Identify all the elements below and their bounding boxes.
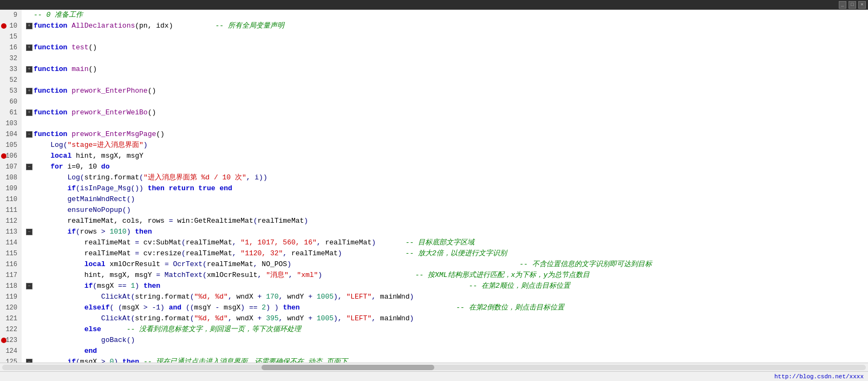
table-row: 109 if(isInPage_Msg()) then return true … <box>0 183 868 194</box>
line-number: 10 <box>0 21 22 31</box>
line-number: 122 <box>0 324 22 335</box>
fold-button[interactable]: + <box>26 23 32 29</box>
code-line: realTimeMat, cols, rows = win:GetRealtim… <box>22 216 868 227</box>
table-row: 116 local xmlOcrResult = OcrText(realTim… <box>0 259 868 270</box>
fold-button[interactable]: + <box>26 66 32 73</box>
breakpoint-indicator[interactable] <box>1 338 6 343</box>
table-row: 119 ClickAt(string.format("%d, %d", wndX… <box>0 292 868 302</box>
fold-button[interactable]: − <box>26 359 32 363</box>
line-number: 61 <box>0 107 22 118</box>
code-line: Log(string.format("进入消息界面第 %d / 10 次", i… <box>22 172 868 183</box>
table-row: 113− if(rows > 1010) then <box>0 227 868 237</box>
maximize-button[interactable]: □ <box>849 1 856 9</box>
code-line: if(isInPage_Msg()) then return true end <box>22 183 868 194</box>
line-number: 124 <box>0 346 22 357</box>
table-row: 32 <box>0 53 868 64</box>
code-line: −function prework_EnterMsgPage() <box>22 129 868 140</box>
code-line: +function prework_EnterWeiBo() <box>22 107 868 118</box>
table-row: 103 <box>0 118 868 129</box>
code-line: +function prework_EnterPhone() <box>22 86 868 96</box>
code-line: ensureNoPopup() <box>22 205 868 216</box>
code-line: end <box>22 346 868 357</box>
title-bar: _ □ × <box>0 0 868 10</box>
table-row: 33+function main() <box>0 64 868 75</box>
close-button[interactable]: × <box>858 1 866 9</box>
table-row: 107− for i=0, 10 do <box>0 162 868 172</box>
code-line: realTimeMat = cv:resize(realTimeMat, "11… <box>22 248 868 259</box>
breakpoint-indicator[interactable] <box>1 153 6 159</box>
line-number: 118 <box>0 281 22 292</box>
status-bar: http://blog.csdn.net/xxxx <box>0 371 868 381</box>
line-number: 9 <box>0 10 22 21</box>
code-line: local hint, msgX, msgY <box>22 151 868 162</box>
line-number: 53 <box>0 86 22 96</box>
table-row: 104−function prework_EnterMsgPage() <box>0 129 868 140</box>
breakpoint-indicator[interactable] <box>1 23 6 29</box>
line-number: 113 <box>0 227 22 237</box>
table-row: 125− if(msgX > 0) then -- 现在已通过点击进入消息界面，… <box>0 357 868 363</box>
code-line <box>22 118 868 129</box>
line-number: 111 <box>0 205 22 216</box>
line-number: 121 <box>0 313 22 324</box>
table-row: 16+function test() <box>0 42 868 53</box>
code-line: -- 0 准备工作 <box>22 10 868 21</box>
line-number: 107 <box>0 162 22 172</box>
code-area[interactable]: 9-- 0 准备工作10+function AllDeclarations(pn… <box>0 10 868 363</box>
code-line <box>22 31 868 42</box>
minimize-button[interactable]: _ <box>839 1 846 9</box>
code-line: +function AllDeclarations(pn, idx) -- 所有… <box>22 21 868 31</box>
fold-button[interactable]: − <box>26 131 32 138</box>
fold-button[interactable]: − <box>26 164 32 170</box>
fold-button[interactable]: + <box>26 109 32 116</box>
line-number: 123 <box>0 335 22 346</box>
fold-button[interactable]: − <box>26 229 32 235</box>
code-line <box>22 75 868 86</box>
table-row: 53+function prework_EnterPhone() <box>0 86 868 96</box>
table-row: 118− if(msgX == 1) then -- 在第2顺位，则点击目标位置 <box>0 281 868 292</box>
table-row: 121 ClickAt(string.format("%d, %d", wndX… <box>0 313 868 324</box>
line-number: 120 <box>0 302 22 313</box>
table-row: 120 elseif( (msgX > -1) and ((msgY - msg… <box>0 302 868 313</box>
line-number: 104 <box>0 129 22 140</box>
code-line <box>22 96 868 107</box>
code-line: realTimeMat = cv:SubMat(realTimeMat, "1,… <box>22 237 868 248</box>
table-row: 124 end <box>0 346 868 357</box>
fold-button[interactable]: + <box>26 44 32 51</box>
line-number: 52 <box>0 75 22 86</box>
table-row: 108 Log(string.format("进入消息界面第 %d / 10 次… <box>0 172 868 183</box>
fold-button[interactable]: − <box>26 283 32 289</box>
line-number: 119 <box>0 292 22 302</box>
table-row: 52 <box>0 75 868 86</box>
code-line: +function test() <box>22 42 868 53</box>
code-line: − if(rows > 1010) then <box>22 227 868 237</box>
line-number: 108 <box>0 172 22 183</box>
title-bar-buttons: _ □ × <box>839 1 866 9</box>
table-row: 61+function prework_EnterWeiBo() <box>0 107 868 118</box>
line-number: 103 <box>0 118 22 129</box>
table-row: 106 local hint, msgX, msgY <box>0 151 868 162</box>
line-number: 16 <box>0 42 22 53</box>
code-line: Log("stage=进入消息界面") <box>22 140 868 151</box>
table-row: 115 realTimeMat = cv:resize(realTimeMat,… <box>0 248 868 259</box>
line-number: 114 <box>0 237 22 248</box>
code-line: − if(msgX > 0) then -- 现在已通过点击进入消息界面，还需要… <box>22 357 868 363</box>
code-line: local xmlOcrResult = OcrText(realTimeMat… <box>22 259 868 270</box>
code-line: elseif( (msgX > -1) and ((msgY - msgX) =… <box>22 302 868 313</box>
code-table: 9-- 0 准备工作10+function AllDeclarations(pn… <box>0 10 868 363</box>
code-line: getMainWndRect() <box>22 194 868 205</box>
table-row: 60 <box>0 96 868 107</box>
fold-button[interactable]: + <box>26 88 32 94</box>
code-line: ClickAt(string.format("%d, %d", wndX + 1… <box>22 292 868 302</box>
code-line: else -- 没看到消息标签文字，则回退一页，等下次循环处理 <box>22 324 868 335</box>
editor-container: _ □ × 9-- 0 准备工作10+function AllDeclarati… <box>0 0 868 381</box>
code-line: hint, msgX, msgY = MatchText(xmlOcrResul… <box>22 270 868 281</box>
code-line: ClickAt(string.format("%d, %d", wndX + 3… <box>22 313 868 324</box>
horizontal-scrollbar[interactable] <box>0 363 868 371</box>
status-url: http://blog.csdn.net/xxxx <box>774 373 864 380</box>
scrollbar-thumb[interactable] <box>262 365 434 370</box>
line-number: 116 <box>0 259 22 270</box>
scrollbar-track[interactable] <box>2 365 866 370</box>
code-line <box>22 53 868 64</box>
table-row: 112 realTimeMat, cols, rows = win:GetRea… <box>0 216 868 227</box>
code-line: − for i=0, 10 do <box>22 162 868 172</box>
